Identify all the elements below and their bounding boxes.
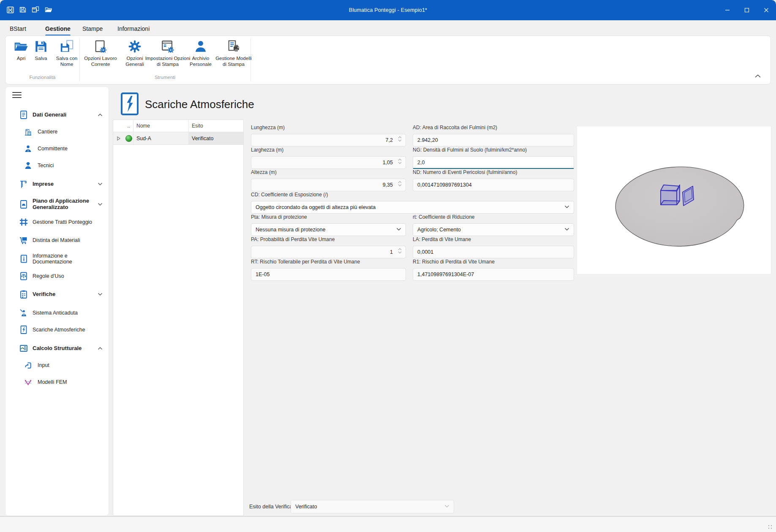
close-icon bbox=[764, 8, 769, 13]
larghezza-input[interactable]: 1,05 bbox=[251, 156, 406, 169]
sidebar-item-label: Committente bbox=[38, 146, 96, 152]
spinner-arrows[interactable] bbox=[398, 181, 402, 187]
lunghezza-value: 7,2 bbox=[386, 137, 393, 143]
pta-dropdown[interactable]: Nessuna misura di protezione bbox=[251, 223, 406, 236]
close-button[interactable] bbox=[757, 0, 776, 20]
tab-informazioni[interactable]: Informazioni bbox=[117, 23, 150, 34]
ng-value: 2,0 bbox=[417, 160, 425, 166]
sidebar-item-regole-uso[interactable]: Regole d'Uso bbox=[5, 270, 109, 282]
print-templates-icon bbox=[226, 39, 241, 54]
chevron-down-icon bbox=[98, 182, 103, 186]
la-label: LA: Perdita di Vite Umane bbox=[413, 236, 471, 242]
page-title: Scariche Atmosferiche bbox=[145, 98, 254, 111]
sidebar-item-label: Scariche Atmosferiche bbox=[33, 327, 96, 333]
esito-column-header[interactable]: Esito bbox=[189, 120, 243, 132]
gestione-modelli-stampa-button[interactable]: Gestione Modelli di Stampa bbox=[213, 39, 254, 68]
nd-input[interactable]: 0,00147109897691304 bbox=[413, 179, 574, 191]
hamburger-menu-button[interactable] bbox=[12, 92, 22, 99]
sidebar-item-calcolo-strutturale[interactable]: Calcolo Strutturale bbox=[5, 342, 109, 355]
tab-stampe[interactable]: Stampe bbox=[82, 23, 103, 34]
chevron-up-icon bbox=[398, 136, 402, 138]
nome-column-header[interactable]: Nome bbox=[133, 120, 189, 132]
sidebar-item-gestione-tratti[interactable]: Gestione Tratti Ponteggio bbox=[5, 216, 109, 228]
sidebar-item-dati-generali[interactable]: Dati Generali bbox=[5, 109, 109, 121]
tab-gestione[interactable]: Gestione bbox=[45, 23, 71, 34]
pa-input[interactable]: 1 bbox=[251, 246, 406, 258]
sidebar-item-piano-applicazione[interactable]: Piano di Applicazione Generalizzato bbox=[5, 196, 109, 213]
ng-input[interactable]: 2,0 bbox=[413, 156, 574, 169]
r1-input[interactable]: 1,47109897691304E-07 bbox=[413, 268, 574, 281]
rt-input[interactable]: 1E-05 bbox=[251, 268, 406, 281]
spinner-arrows[interactable] bbox=[398, 158, 402, 164]
save-icon bbox=[34, 39, 48, 54]
sidebar-item-verifiche[interactable]: Verifiche bbox=[5, 288, 109, 301]
button-label: Archivio Personale bbox=[187, 55, 214, 68]
sidebar-item-modelli-fem[interactable]: Modelli FEM bbox=[5, 376, 109, 388]
sidebar-item-sistema-anticaduta[interactable]: Sistema Anticaduta bbox=[5, 307, 109, 319]
larghezza-label: Larghezza (m) bbox=[251, 147, 283, 153]
tab-bstart[interactable]: BStart bbox=[10, 23, 26, 34]
sidebar-item-label: Gestione Tratti Ponteggio bbox=[33, 219, 96, 225]
ribbon-collapse-button[interactable] bbox=[754, 72, 761, 80]
preview-3d-viewport[interactable] bbox=[577, 126, 771, 274]
sidebar-item-scariche-atmosferiche[interactable]: Scariche Atmosferiche bbox=[5, 323, 109, 336]
table-row[interactable]: Sud-A Verificato bbox=[113, 132, 243, 145]
archivio-personale-button[interactable]: Archivio Personale bbox=[187, 39, 214, 68]
cd-value: Oggetto circondato da oggetti di altezza… bbox=[256, 204, 376, 210]
salva-con-nome-button[interactable]: Salva con Nome bbox=[52, 39, 82, 68]
opzioni-generali-button[interactable]: Opzioni Generali bbox=[122, 39, 147, 68]
row-expander[interactable] bbox=[113, 132, 124, 144]
clipboard-check-icon bbox=[19, 290, 28, 299]
sidebar-item-imprese[interactable]: Imprese bbox=[5, 178, 109, 190]
preview-3d-scene bbox=[577, 126, 771, 274]
esito-verifica-label: Esito della Verifica bbox=[249, 504, 292, 510]
sidebar-item-label: Informazione e Documentazione bbox=[33, 253, 96, 265]
sidebar-item-distinta-materiali[interactable]: Distinta dei Materiali bbox=[5, 234, 109, 247]
sidebar-item-label: Calcolo Strutturale bbox=[33, 345, 96, 352]
opzioni-lavoro-corrente-button[interactable]: Opzioni Lavoro Corrente bbox=[83, 39, 118, 68]
row-status bbox=[124, 132, 133, 144]
rt-coeff-value: Agricolo; Cemento bbox=[417, 227, 461, 233]
cd-dropdown[interactable]: Oggetto circondato da oggetti di altezza… bbox=[251, 201, 574, 214]
sidebar-item-tecnici[interactable]: Tecnici bbox=[5, 159, 109, 172]
status-green-icon bbox=[125, 135, 132, 142]
resize-grip[interactable] bbox=[768, 525, 773, 529]
sidebar-item-informazione[interactable]: Informazione e Documentazione bbox=[5, 252, 109, 265]
salva-button[interactable]: Salva bbox=[31, 39, 51, 61]
chevron-up-icon bbox=[98, 347, 103, 350]
esito-verifica-dropdown[interactable]: Verificato bbox=[291, 500, 454, 513]
ad-input[interactable]: 2.942,20 bbox=[413, 134, 574, 147]
ribbon-group-funzionalita: Funzionalità bbox=[5, 75, 79, 80]
sidebar-item-committente[interactable]: Committente bbox=[5, 142, 109, 155]
pta-label: Pta: Misura di protezione bbox=[251, 214, 307, 220]
chevron-down-icon bbox=[444, 505, 449, 508]
sidebar-item-input[interactable]: Input bbox=[5, 359, 109, 372]
impostazioni-opzioni-stampa-button[interactable]: Impostazioni Opzioni di Stampa bbox=[144, 39, 191, 68]
sidebar-item-label: Input bbox=[38, 362, 96, 368]
sidebar-item-cantiere[interactable]: Cantiere bbox=[5, 125, 109, 138]
chevron-down-icon bbox=[98, 293, 103, 296]
sidebar-item-label: Regole d'Uso bbox=[33, 273, 96, 279]
lunghezza-input[interactable]: 7,2 bbox=[251, 134, 406, 147]
minimize-button[interactable] bbox=[718, 0, 737, 20]
la-input[interactable]: 0,0001 bbox=[413, 246, 574, 258]
spinner-arrows[interactable] bbox=[398, 248, 402, 254]
altezza-input[interactable]: 9,35 bbox=[251, 179, 406, 191]
sidebar-item-label: Verifiche bbox=[33, 291, 96, 298]
ad-label: AD: Area di Raccolta dei Fulmini (m2) bbox=[413, 125, 497, 130]
maximize-button[interactable] bbox=[737, 0, 757, 20]
row-esito: Verificato bbox=[189, 132, 243, 144]
rt-value: 1E-05 bbox=[256, 271, 270, 277]
app-window: Blumatica Ponteggi - Esempio1* BStart Ge… bbox=[0, 0, 776, 532]
apri-button[interactable]: Apri bbox=[12, 39, 30, 61]
rt-coeff-dropdown[interactable]: Agricolo; Cemento bbox=[413, 223, 574, 236]
cart-icon bbox=[19, 236, 28, 245]
person-helmet-icon bbox=[24, 162, 32, 170]
spinner-arrows[interactable] bbox=[398, 136, 402, 142]
document-gear-icon bbox=[93, 39, 108, 54]
la-value: 0,0001 bbox=[417, 249, 433, 255]
row-nome[interactable]: Sud-A bbox=[133, 132, 189, 144]
crane-building-icon bbox=[24, 128, 32, 136]
button-label: Gestione Modelli di Stampa bbox=[213, 55, 254, 68]
minimize-icon bbox=[725, 8, 730, 13]
